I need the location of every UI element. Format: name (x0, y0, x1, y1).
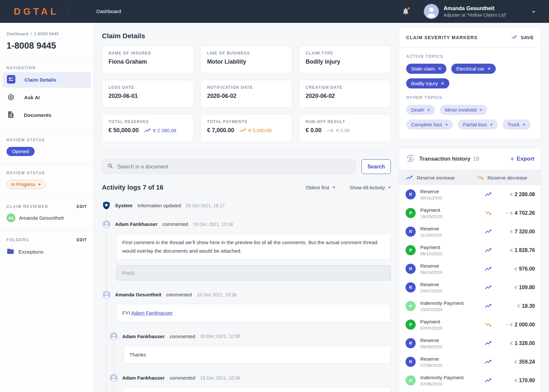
search-button[interactable]: Search (361, 159, 391, 174)
claim-detail-card: TOTAL RESERVES € 50,000.00 € 2 280.08 (102, 114, 194, 142)
mention-link[interactable]: Adam Fankhauser (131, 310, 173, 316)
transaction-row[interactable]: R Reserve 09/06/2020 €1 328.00 (399, 334, 541, 353)
add-topic-icon[interactable]: + (490, 122, 493, 127)
user-menu[interactable]: Amanda Gesuntheit Adjuster at "Hollow Cl… (443, 5, 507, 18)
transaction-row[interactable]: P Payment 06/10/2020 €1 828.76 (399, 241, 541, 259)
review-status-section: REVIEW STATUS Opened (0, 131, 93, 164)
other-topic-pill[interactable]: Partial loss + (458, 119, 498, 130)
status-dropdown-in-progress[interactable]: In Progress (7, 180, 45, 189)
reply-box (116, 265, 391, 280)
edit-reviewer-button[interactable]: EDIT (76, 204, 87, 209)
reviewer-avatar: AG (7, 213, 15, 222)
transaction-type-badge: R (406, 357, 416, 367)
comment-activity-item: Amanda Gesuntheit commented 19 Dec 2021,… (102, 290, 391, 392)
topic-label: Truck (507, 122, 520, 127)
other-topic-pill[interactable]: Minor involved + (440, 105, 487, 115)
folders-label: FOLDERS (7, 238, 29, 242)
transaction-date: 07/07/2020 (420, 326, 481, 331)
notification-badge-dot (407, 7, 410, 10)
sort-dropdown[interactable]: Oldest first (306, 185, 335, 190)
sidebar-item-claim-details[interactable]: Claim Details (3, 72, 91, 88)
transaction-history-panel: $ Transaction history 18 + Export Reserv… (399, 148, 541, 392)
transaction-row[interactable]: R Reserve 30/11/2020 €2 280.08 (399, 185, 541, 204)
save-button[interactable]: SAVE (511, 34, 534, 41)
transaction-row[interactable]: R Reserve 24/07/2020 €109.80 (399, 278, 541, 297)
user-menu-chevron-down-icon[interactable] (532, 8, 535, 14)
notifications-bell-icon[interactable] (402, 7, 410, 16)
activity-logs-title: Activity logs 7 of 16 (102, 184, 163, 191)
other-topics-row: Death + Minor involved + Complete loss + (406, 105, 534, 130)
activity-author: Adam Fankhauser (122, 334, 165, 339)
amount-value: 2 280.08 (515, 192, 535, 197)
amount-value: 2 000.00 (515, 322, 535, 327)
card-delta: € 5,000.00 (239, 127, 272, 134)
claim-detail-cards: NAME OF INSURED Fiona Graham LINE OF BUS… (102, 46, 391, 142)
transaction-row[interactable]: R Reserve 07/06/2020 €359.24 (399, 353, 541, 371)
topic-label: Electrical car (456, 66, 484, 71)
sidebar-item-documents[interactable]: Documents (3, 107, 91, 123)
reply-input[interactable] (116, 265, 391, 280)
chip-icon (7, 93, 15, 102)
claim-detail-card: CREATION DATE 2020-06-02 (299, 80, 391, 108)
breadcrumb-dashboard-link[interactable]: Dashboard (7, 31, 28, 36)
transaction-row[interactable]: IP Indemnity Payment 07/06/2020 (399, 371, 541, 390)
other-topic-pill[interactable]: Complete loss + (406, 119, 453, 130)
activity-timestamp: 19 Dec 2021, 10:38 (193, 222, 233, 227)
sidebar-item-label: Documents (24, 112, 51, 118)
add-topic-icon[interactable]: + (445, 122, 448, 127)
svg-text:$: $ (409, 156, 412, 161)
transaction-row[interactable]: P Payment 18/10/2020 − €4 702.2 (399, 204, 541, 222)
user-avatar[interactable] (424, 4, 439, 19)
amount-value: 170.80 (519, 378, 535, 383)
sidebar-item-ask-ai[interactable]: Ask AI (3, 90, 91, 105)
transaction-type: Payment (420, 319, 481, 325)
trend-up-icon (484, 339, 492, 347)
remove-topic-icon[interactable]: ✕ (441, 81, 444, 86)
folder-item-exceptions[interactable]: Exceptions (0, 242, 93, 264)
remove-topic-icon[interactable]: ✕ (487, 66, 491, 71)
other-topic-pill[interactable]: Truck + (503, 119, 530, 130)
transaction-row[interactable]: IP Indemnity Payment 15/07/2020 (399, 297, 541, 315)
amount-value: 976.00 (519, 266, 535, 272)
add-topic-icon[interactable]: + (427, 107, 430, 113)
edit-folders-button[interactable]: EDIT (76, 238, 87, 242)
severity-panel-title: CLAIM SEVERITY MARKERS (406, 35, 477, 40)
transaction-row[interactable]: P Payment 07/07/2020 − €2 000.0 (399, 315, 541, 334)
topic-label: Stale claim (411, 66, 435, 71)
activity-action: commented (162, 221, 188, 227)
chevron-down-icon (388, 187, 391, 188)
remove-topic-icon[interactable]: ✕ (438, 66, 441, 71)
amount-value: 1 828.76 (515, 247, 535, 253)
activity-filter-dropdown[interactable]: Show All Activity (350, 185, 391, 190)
activity-thread: System Information updated 25 Oct 2021, … (102, 201, 391, 392)
add-topic-icon[interactable]: + (479, 107, 482, 113)
other-topics-label: OTHER TOPICS (406, 95, 534, 100)
nested-thread: Adam Fankhauser commented 19 Dec 2021, 1… (109, 322, 391, 392)
transaction-type-badge: R (406, 189, 416, 199)
trend-up-icon (484, 228, 492, 235)
export-button[interactable]: + Export (510, 155, 534, 163)
active-topic-pill[interactable]: Bodily Injury ✕ (406, 78, 449, 88)
claim-reviewer-section: CLAIM REVIEWER EDIT AG Amanda Gesuntheit (0, 197, 93, 230)
claim-reviewer-label: CLAIM REVIEWER (7, 204, 48, 209)
transaction-row[interactable]: R Reserve 01/06/2020 €13.76 (399, 390, 541, 392)
search-box[interactable] (102, 159, 356, 174)
sidebar: Dashboard / 1-8008 9445 1-8008 9445 NAVI… (0, 23, 94, 392)
add-topic-icon[interactable]: + (523, 122, 525, 127)
active-topic-pill[interactable]: Electrical car ✕ (451, 64, 496, 74)
topbar-right-group: Amanda Gesuntheit Adjuster at "Hollow Cl… (402, 4, 549, 19)
breadcrumb-separator: / (30, 31, 32, 36)
arrow-right-icon (327, 128, 334, 133)
navigation-label: NAVIGATION (0, 66, 93, 70)
trend-up-icon (484, 358, 492, 366)
transaction-type: Reserve (420, 263, 481, 269)
transaction-row[interactable]: R Reserve 06/10/2020 €976.00 (399, 259, 541, 278)
active-topic-pill[interactable]: Stale claim ✕ (406, 64, 446, 74)
search-input[interactable] (117, 164, 350, 170)
claim-detail-card: LOSS DATE 2020-06-01 (102, 80, 194, 108)
other-topic-pill[interactable]: Death + (406, 105, 435, 115)
transaction-row[interactable]: R Reserve 11/10/2020 €7 320.00 (399, 222, 541, 241)
export-label: Export (517, 156, 534, 162)
legend-label: Reserve increase (417, 175, 455, 180)
transaction-type: Payment (420, 207, 481, 213)
